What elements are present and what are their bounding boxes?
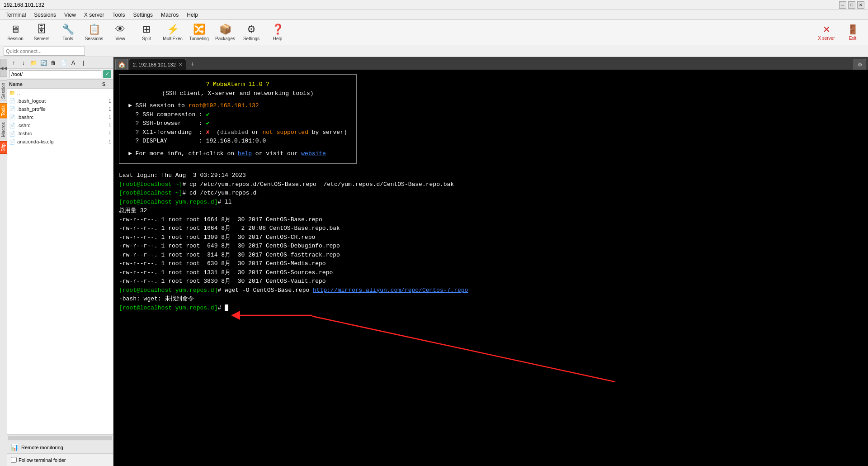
term-line-ll: [root@localhost yum.repos.d]# ll	[119, 198, 863, 207]
path-ok-button[interactable]: ✓	[103, 70, 111, 78]
toolbar-session[interactable]: 🖥 Session	[4, 21, 27, 44]
h-scrollbar[interactable]	[8, 436, 112, 440]
file-row-bash-logout[interactable]: 📄 .bash_logout 1	[7, 97, 113, 105]
file-row-anaconda[interactable]: 📄 anaconda-ks.cfg 1	[7, 138, 113, 146]
toolbar-multiexec[interactable]: ⚡ MultiExec	[161, 21, 184, 44]
panel-file-btn[interactable]: 📄	[59, 58, 68, 67]
term-line-prompt: [root@localhost yum.repos.d]#	[119, 304, 863, 313]
sessions-icon: 📋	[88, 24, 100, 35]
menu-xserver[interactable]: X server	[80, 11, 108, 19]
quick-connect-input[interactable]	[4, 47, 85, 56]
toolbar-view[interactable]: 👁 View	[108, 21, 132, 44]
view-icon: 👁	[115, 24, 125, 35]
path-input[interactable]	[9, 70, 101, 78]
menu-settings[interactable]: Settings	[130, 11, 156, 19]
menu-view[interactable]: View	[61, 11, 80, 19]
col-size: S	[102, 81, 111, 87]
tab-session-1[interactable]: 2. 192.168.101.132 ✕	[129, 59, 186, 70]
toolbar-multiexec-label: MultiExec	[163, 36, 182, 41]
terminal-content[interactable]: ? MobaXterm 11.0 ? (SSH client, X-server…	[113, 70, 868, 466]
file-list-header: Name S	[7, 80, 113, 89]
toolbar-split-label: Split	[142, 36, 151, 41]
term-line-file5: -rw-r--r--. 1 root root 314 8月 30 2017 C…	[119, 251, 863, 260]
menu-macros[interactable]: Macros	[157, 11, 182, 19]
servers-icon: 🗄	[37, 24, 47, 35]
panel-info-btn[interactable]: |	[79, 58, 88, 67]
toolbar-xserver-label: X server	[818, 36, 835, 41]
menu-tools[interactable]: Tools	[109, 11, 129, 19]
tools-icon: 🔧	[62, 24, 74, 35]
term-line-lastlogin: Last login: Thu Aug 3 03:29:14 2023	[119, 171, 863, 180]
toolbar-tunneling[interactable]: 🔀 Tunneling	[187, 21, 211, 44]
file-panel-scrollbar	[7, 434, 113, 441]
file-row-bash-profile[interactable]: 📄 .bash_profile 1	[7, 105, 113, 113]
minimize-button[interactable]: ─	[839, 1, 846, 9]
term-line-wget: [root@localhost yum.repos.d]# wget -O Ce…	[119, 286, 863, 295]
tab-close-1[interactable]: ✕	[179, 62, 182, 67]
ssh-session-line: ► SSH session to root@192.168.101.132	[128, 101, 347, 110]
toolbar-exit[interactable]: 🚪 Exit	[841, 21, 864, 44]
welcome-line2: (SSH client, X-server and networking too…	[128, 89, 347, 98]
file-icon-2: 📄	[9, 106, 15, 112]
side-tab-macros[interactable]: Macros	[0, 120, 7, 139]
terminal-area: 🏠 2. 192.168.101.132 ✕ + ⚙ ? MobaXterm 1…	[113, 57, 868, 466]
follow-terminal-bar: Follow terminal folder	[7, 453, 113, 466]
remote-monitoring[interactable]: 📊 Remote monitoring	[7, 441, 113, 453]
toolbar-view-label: View	[115, 36, 125, 41]
file-row-parent[interactable]: 📁 ..	[7, 89, 113, 97]
file-icon-6: 📄	[9, 139, 15, 145]
term-line-error: -bash: wget: 未找到命令	[119, 295, 863, 304]
title-text: 192.168.101.132	[4, 2, 44, 8]
close-button[interactable]: ✕	[857, 1, 864, 9]
panel-filter-btn[interactable]: A	[69, 58, 78, 67]
toolbar-servers[interactable]: 🗄 Servers	[30, 21, 53, 44]
tab-label-1: 2. 192.168.101.132	[133, 62, 176, 67]
panel-toolbar: ↑ ↓ 📁 🔄 🗑 📄 A |	[7, 57, 113, 69]
panel-refresh-btn[interactable]: 🔄	[39, 58, 48, 67]
toolbar-help-label: Help	[273, 36, 283, 41]
maximize-button[interactable]: □	[848, 1, 855, 9]
menu-bar: Terminal Sessions View X server Tools Se…	[0, 10, 868, 20]
file-row-bashrc[interactable]: 📄 .bashrc 1	[7, 113, 113, 121]
session-icon: 🖥	[10, 24, 20, 35]
side-tab-session[interactable]: Session	[0, 81, 7, 101]
panel-down-btn[interactable]: ↓	[19, 58, 28, 67]
ssh-x11: ? X11-forwarding : ✘ (disabled or not su…	[128, 128, 347, 137]
toolbar-packages-label: Packages	[215, 36, 235, 41]
tab-home[interactable]: 🏠	[115, 59, 128, 70]
term-line-cp: [root@localhost ~]# cp /etc/yum.repos.d/…	[119, 180, 863, 189]
panel-delete-btn[interactable]: 🗑	[49, 58, 58, 67]
toolbar-tools[interactable]: 🔧 Tools	[56, 21, 80, 44]
toolbar-packages[interactable]: 📦 Packages	[213, 21, 237, 44]
path-bar: ✓	[7, 69, 113, 80]
menu-help[interactable]: Help	[183, 11, 202, 19]
file-icon-4: 📄	[9, 123, 15, 128]
toolbar-xserver[interactable]: ✕ X server	[815, 21, 838, 44]
title-bar: 192.168.101.132 ─ □ ✕	[0, 0, 868, 10]
follow-terminal-checkbox[interactable]	[11, 457, 17, 463]
menu-sessions[interactable]: Sessions	[30, 11, 60, 19]
split-icon: ⊞	[142, 24, 151, 35]
term-line-file1: -rw-r--r--. 1 root root 1664 8月 30 2017 …	[119, 215, 863, 224]
side-tab-tools[interactable]: Tools	[0, 103, 7, 118]
settings-icon: ⚙	[247, 24, 256, 35]
term-line-file4: -rw-r--r--. 1 root root 649 8月 30 2017 C…	[119, 242, 863, 251]
packages-icon: 📦	[219, 24, 231, 35]
menu-terminal[interactable]: Terminal	[2, 11, 29, 19]
toolbar-settings[interactable]: ⚙ Settings	[240, 21, 263, 44]
welcome-box: ? MobaXterm 11.0 ? (SSH client, X-server…	[119, 74, 357, 164]
term-line-cd: [root@localhost ~]# cd /etc/yum.repos.d	[119, 189, 863, 198]
file-row-tcshrc[interactable]: 📄 .tcshrc 1	[7, 129, 113, 138]
panel-up-btn[interactable]: ↑	[9, 58, 18, 67]
multiexec-icon: ⚡	[167, 24, 179, 35]
collapse-button[interactable]: ◀◀	[0, 59, 7, 77]
panel-new-folder-btn[interactable]: 📁	[29, 58, 38, 67]
tab-options-button[interactable]: ⚙	[854, 59, 866, 70]
toolbar-help[interactable]: ❓ Help	[266, 21, 289, 44]
file-row-cshrc[interactable]: 📄 .cshrc 1	[7, 121, 113, 129]
side-tab-sftp[interactable]: Sftp	[0, 141, 7, 154]
toolbar-sessions[interactable]: 📋 Sessions	[82, 21, 106, 44]
toolbar-split[interactable]: ⊞ Split	[135, 21, 158, 44]
new-tab-button[interactable]: +	[187, 59, 198, 70]
main-area: ◀◀ Session Tools Macros Sftp ↑ ↓ 📁 🔄 🗑 📄…	[0, 57, 868, 466]
